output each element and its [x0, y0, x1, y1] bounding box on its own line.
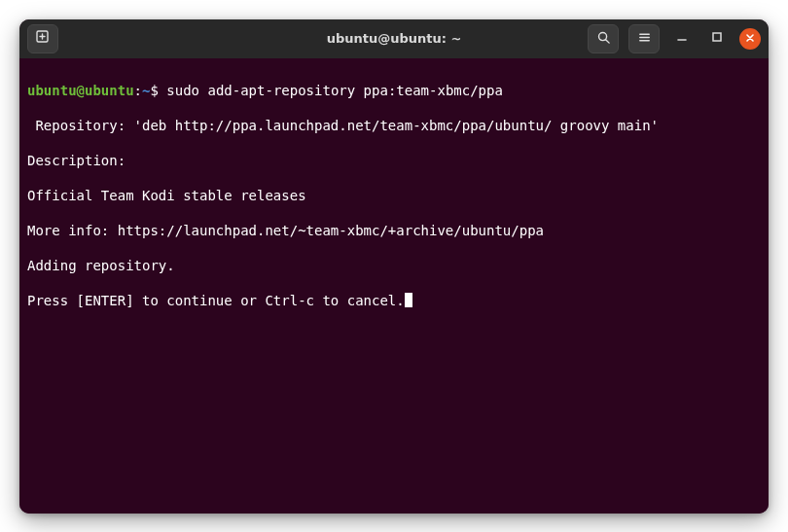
prompt-colon: :: [134, 83, 142, 98]
hamburger-icon: [637, 30, 652, 48]
search-icon: [596, 30, 611, 48]
output-line: Official Team Kodi stable releases: [27, 187, 761, 204]
minimize-icon: [676, 31, 688, 46]
output-line: Description:: [27, 152, 761, 169]
svg-rect-2: [713, 33, 721, 41]
output-line: Repository: 'deb http://ppa.launchpad.ne…: [27, 117, 761, 134]
prompt-symbol: $: [150, 83, 158, 98]
titlebar-right: [566, 24, 761, 53]
new-tab-button[interactable]: [27, 24, 58, 53]
terminal-area[interactable]: ubuntu@ubuntu:~$ sudo add-apt-repository…: [19, 58, 769, 514]
output-line: More info: https://launchpad.net/~team-x…: [27, 222, 761, 239]
prompt-user-host: ubuntu@ubuntu: [27, 83, 134, 98]
titlebar: ubuntu@ubuntu: ~: [19, 19, 769, 58]
menu-button[interactable]: [628, 24, 660, 53]
titlebar-left: [27, 24, 222, 53]
output-text: Press [ENTER] to continue or Ctrl-c to c…: [27, 293, 405, 308]
maximize-button[interactable]: [704, 26, 730, 52]
maximize-icon: [711, 31, 723, 46]
output-line-cursor: Press [ENTER] to continue or Ctrl-c to c…: [27, 292, 761, 309]
minimize-button[interactable]: [669, 26, 695, 52]
window-title: ubuntu@ubuntu: ~: [228, 31, 560, 46]
close-button[interactable]: [739, 28, 761, 50]
output-line: Adding repository.: [27, 257, 761, 274]
search-button[interactable]: [588, 24, 619, 53]
prompt-line: ubuntu@ubuntu:~$ sudo add-apt-repository…: [27, 82, 761, 99]
command: sudo add-apt-repository ppa:team-xbmc/pp…: [166, 83, 503, 98]
close-icon: [745, 31, 755, 46]
text-cursor: [405, 293, 412, 307]
terminal-window: ubuntu@ubuntu: ~: [19, 19, 769, 514]
new-tab-icon: [35, 29, 51, 48]
